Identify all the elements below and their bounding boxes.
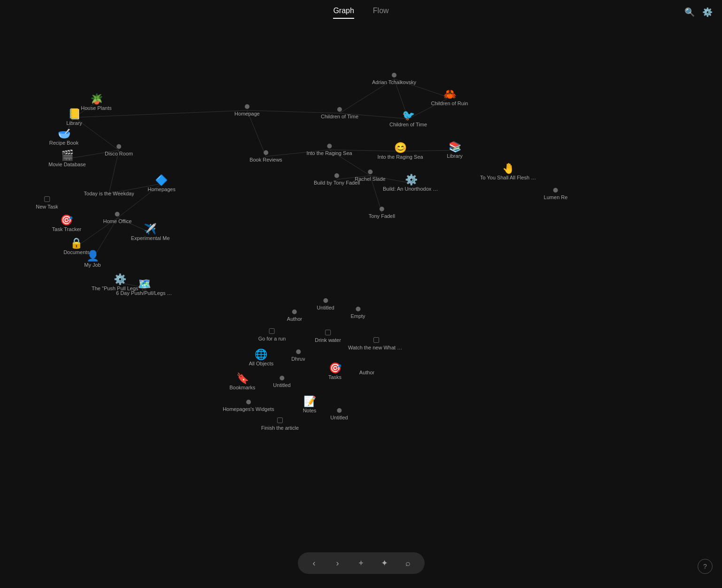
back-button[interactable]: ‹	[307, 556, 321, 570]
untitled-1-dot	[323, 298, 328, 303]
node-homepages-widgets[interactable]: Homepages's Widgets	[223, 400, 274, 412]
node-untitled-1[interactable]: Untitled	[317, 298, 334, 310]
homepages-widgets-label: Homepages's Widgets	[223, 406, 274, 412]
experimental-me-label: Experimental Me	[131, 235, 170, 241]
bookmarks-label: Bookmarks	[229, 385, 255, 390]
node-author-2[interactable]: Author	[359, 370, 374, 375]
home-office-dot	[115, 212, 120, 217]
6day-push-label: 6 Day Push/Pull/Legs (PP...	[116, 290, 172, 296]
node-my-job[interactable]: 👤My Job	[84, 251, 101, 268]
author-2-label: Author	[359, 370, 374, 375]
search-icon[interactable]: 🔍	[684, 7, 695, 17]
node-recipe-book[interactable]: 🥣Recipe Book	[49, 129, 78, 146]
node-tasks[interactable]: 🎯Tasks	[328, 363, 342, 380]
homepage-dot	[245, 104, 249, 109]
node-new-task[interactable]: New Task	[36, 196, 58, 209]
notes-icon: 📝	[303, 396, 316, 407]
my-job-icon: 👤	[86, 251, 99, 261]
children-of-time-label: Children of Time	[321, 114, 358, 119]
node-children-of-ruin[interactable]: 🦀Children of Ruin	[431, 89, 468, 106]
filter-icon[interactable]: ⚙️	[702, 7, 713, 17]
node-into-raging-sea-1[interactable]: Into the Raging Sea	[306, 144, 352, 156]
into-raging-sea-1-dot	[327, 144, 332, 148]
node-homepages[interactable]: 🔷Homepages	[148, 175, 175, 192]
library-label: Library	[66, 120, 82, 126]
to-you-shall-label: To You Shall All Flesh C...	[480, 175, 536, 180]
grid-button[interactable]: ✦	[378, 556, 392, 570]
node-into-raging-sea-2[interactable]: 😊Into the Raging Sea	[377, 143, 423, 160]
author-label: Author	[287, 316, 302, 322]
homepages-label: Homepages	[148, 186, 175, 192]
node-library-main[interactable]: 📚Library	[447, 142, 463, 159]
new-task-checkbox[interactable]	[44, 196, 50, 202]
node-house-plants[interactable]: 🪴House Plants	[81, 94, 111, 111]
help-button[interactable]: ?	[698, 559, 713, 574]
node-build-tony-fadell[interactable]: Build by Tony Fadell	[314, 173, 360, 186]
node-build-unorthodox[interactable]: ⚙️Build: An Unorthodox Gui...	[383, 175, 439, 192]
node-tony-fadell[interactable]: Tony Fadell	[369, 207, 395, 219]
forward-button[interactable]: ›	[331, 556, 345, 570]
add-button[interactable]: +	[354, 556, 368, 570]
library-main-icon: 📚	[449, 142, 461, 152]
recipe-book-label: Recipe Book	[49, 140, 78, 146]
homepages-widgets-dot	[246, 400, 251, 404]
node-bookmarks[interactable]: 🔖Bookmarks	[229, 373, 255, 390]
node-task-tracker[interactable]: 🎯Task Tracker	[52, 215, 81, 232]
all-objects-icon: 🌐	[255, 349, 267, 360]
untitled-2-label: Untitled	[273, 382, 290, 388]
node-disco-room[interactable]: Disco Room	[105, 144, 133, 156]
drink-water-checkbox[interactable]	[325, 330, 331, 335]
search-button[interactable]: ⌕	[401, 556, 415, 570]
node-author[interactable]: Author	[287, 309, 302, 322]
children-of-time-2-icon: 🐦	[402, 110, 415, 121]
build-tony-fadell-dot	[334, 173, 339, 178]
untitled-1-label: Untitled	[317, 305, 334, 310]
tab-flow[interactable]: Flow	[373, 7, 389, 18]
node-movie-database[interactable]: 🎬Movie Database	[48, 150, 86, 167]
homepages-icon: 🔷	[155, 175, 168, 186]
go-for-run-checkbox[interactable]	[269, 328, 275, 334]
node-to-you-shall[interactable]: 🤚To You Shall All Flesh C...	[480, 163, 536, 180]
node-6day-push[interactable]: 🗺️6 Day Push/Pull/Legs (PP...	[116, 279, 172, 296]
node-lumen-re[interactable]: Lumen Re	[544, 188, 568, 200]
node-homepage[interactable]: Homepage	[234, 104, 260, 116]
author-dot	[292, 309, 297, 314]
adrian-tchaikovsky-dot	[392, 73, 396, 77]
node-empty[interactable]: Empty	[350, 307, 365, 319]
node-library[interactable]: 📒Library	[66, 109, 82, 126]
node-experimental-me[interactable]: ✈️Experimental Me	[131, 224, 170, 241]
untitled-3-dot	[337, 408, 342, 413]
node-home-office[interactable]: Home Office	[103, 212, 132, 224]
watch-new-checkbox[interactable]	[373, 337, 379, 343]
children-of-ruin-icon: 🦀	[443, 89, 456, 100]
tab-graph[interactable]: Graph	[333, 7, 354, 18]
node-finish-article[interactable]: Finish the article	[261, 418, 299, 431]
node-drink-water[interactable]: Drink water	[315, 330, 341, 343]
finish-article-checkbox[interactable]	[277, 418, 283, 423]
node-untitled-3[interactable]: Untitled	[330, 408, 348, 420]
node-notes[interactable]: 📝Notes	[303, 396, 317, 413]
build-unorthodox-label: Build: An Unorthodox Gui...	[383, 186, 439, 192]
today-weekday-label: Today is the Weekday	[84, 191, 134, 196]
into-raging-sea-1-label: Into the Raging Sea	[306, 150, 352, 156]
node-today-weekday[interactable]: Today is the Weekday	[84, 191, 134, 196]
node-untitled-2[interactable]: Untitled	[273, 376, 290, 388]
house-plants-icon: 🪴	[90, 94, 103, 104]
node-adrian-tchaikovsky[interactable]: Adrian Tchaikovsky	[372, 73, 416, 85]
node-watch-new[interactable]: Watch the new What We Do...	[348, 337, 404, 350]
tasks-label: Tasks	[328, 374, 342, 380]
home-office-label: Home Office	[103, 218, 132, 224]
into-raging-sea-2-icon: 😊	[394, 143, 407, 153]
drink-water-label: Drink water	[315, 337, 341, 343]
library-icon: 📒	[68, 109, 81, 119]
node-go-for-run[interactable]: Go for a run	[258, 328, 286, 341]
empty-dot	[356, 307, 360, 311]
tony-fadell-label: Tony Fadell	[369, 213, 395, 219]
node-children-of-time[interactable]: Children of Time	[321, 107, 358, 119]
node-all-objects[interactable]: 🌐All Objects	[249, 349, 274, 366]
node-dhruv[interactable]: Dhruv	[291, 349, 305, 362]
header: Graph Flow 🔍 ⚙️	[0, 0, 722, 24]
node-book-reviews[interactable]: Book Reviews	[249, 150, 282, 162]
new-task-label: New Task	[36, 204, 58, 209]
node-children-of-time-2[interactable]: 🐦Children of Time	[389, 110, 427, 127]
